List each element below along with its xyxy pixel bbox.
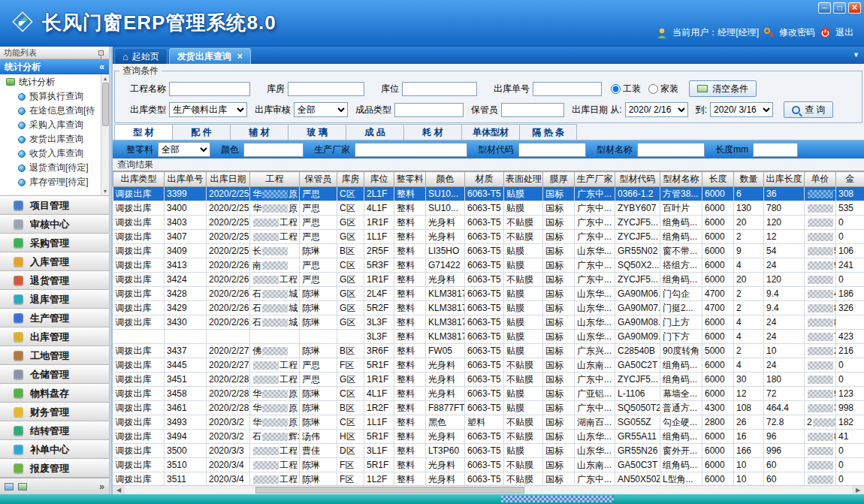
table-row[interactable]: 调拨出库34372020/2/27佛陈琳B区3R6F整料FW056063-T5贴…: [113, 344, 864, 358]
tab-close-icon[interactable]: ×: [237, 51, 243, 62]
table-row[interactable]: 调拨出库34302020/2/26石城陈琳G区3L3F整料KLM38176063…: [113, 315, 864, 330]
sidebar-module[interactable]: 审核中心: [0, 215, 109, 234]
table-row[interactable]: 调拨出库35002020/3/3工程曹佳D区3L1F整料LT3P606063-T…: [113, 444, 864, 458]
grid-column-header[interactable]: 膜厚: [543, 172, 575, 187]
manufacturer-input[interactable]: [355, 143, 467, 157]
table-row[interactable]: 调拨出库34452020/2/27工程严思F区5R1F整料光身料6063-T5不…: [113, 358, 864, 373]
grid-column-header[interactable]: 工程: [250, 172, 300, 187]
sidebar-module[interactable]: 结转管理: [0, 421, 109, 440]
grid-column-header[interactable]: 数量: [734, 172, 764, 187]
profile-code-input[interactable]: [518, 143, 586, 157]
table-row[interactable]: 调拨出库34002020/2/25华原严思C区4L1F整料SU10...6063…: [113, 201, 864, 216]
sidebar-module[interactable]: 报废管理: [0, 459, 109, 478]
scroll-down-icon[interactable]: ▼: [103, 187, 108, 195]
table-row[interactable]: 调拨出库35102020/3/4工程陈琳F区5R1F整料光身料6063-T5不贴…: [113, 458, 864, 472]
table-row[interactable]: 调拨出库34032020/2/25工程严思G区1R1F整料光身料6063-T5不…: [113, 216, 864, 230]
tree-root[interactable]: 统计分析: [0, 74, 109, 89]
grid-column-header[interactable]: 型材代码: [615, 172, 660, 187]
grid-column-header[interactable]: 颜色: [426, 172, 465, 187]
audit-select[interactable]: 全部: [294, 102, 348, 117]
horizontal-scrollbar[interactable]: ◀ ▶: [113, 485, 864, 494]
table-row[interactable]: 调拨出库33992020/2/25华原严思C区2L1F整料SU10...6063…: [113, 187, 864, 201]
radio-workwear[interactable]: 工装: [611, 83, 641, 95]
tree-scrollbar[interactable]: ▲ ▼: [101, 74, 109, 195]
collapse-icon[interactable]: «: [99, 62, 104, 72]
radio-homewear[interactable]: 家装: [648, 83, 678, 95]
table-row[interactable]: 调拨出库34292020/2/26石城陈琳G区5R2F整料KLM38176063…: [113, 301, 864, 315]
table-row[interactable]: 3L3F整料KLM38176063-T5贴膜国标山东华...GA90M09...…: [113, 330, 864, 344]
clear-conditions-button[interactable]: 清空条件: [689, 80, 757, 97]
chevron-right-icon[interactable]: »: [99, 481, 104, 492]
table-row[interactable]: 调拨出库34942020/3/2石辉城汤伟H区5R1F整料光身料6063-T5不…: [113, 430, 864, 444]
category-tab[interactable]: 耗 材: [403, 124, 461, 140]
outbound-type-select[interactable]: 生产领料出库: [169, 102, 247, 117]
grid-column-header[interactable]: 库位: [364, 172, 394, 187]
close-button[interactable]: ×: [848, 2, 861, 14]
grid-column-header[interactable]: 出库日期: [207, 172, 250, 187]
table-row[interactable]: 调拨出库34092020/2/25长陈琳B区2R5F整料LI35HO6063-T…: [113, 244, 864, 258]
hscroll-thumb[interactable]: [255, 487, 524, 493]
tree-item[interactable]: 预算执行查询: [0, 89, 109, 104]
sidebar-module[interactable]: 退库管理: [0, 290, 109, 309]
sidebar-section-statistics[interactable]: 统计分析 «: [0, 59, 109, 74]
scroll-right-icon[interactable]: ▶: [852, 486, 864, 494]
grid-column-header[interactable]: 出库单号: [165, 172, 207, 187]
scroll-left-icon[interactable]: ◀: [113, 486, 125, 494]
table-row[interactable]: 调拨出库34242020/2/26工程严思G区1R1F整料光身料6063-T5不…: [113, 273, 864, 287]
grid-column-header[interactable]: 金: [836, 172, 864, 187]
profile-name-input[interactable]: [637, 143, 705, 157]
keeper-input[interactable]: [501, 103, 564, 117]
hscroll-track[interactable]: [125, 486, 852, 494]
scroll-thumb[interactable]: [102, 83, 109, 126]
workwear-radio[interactable]: [611, 84, 621, 94]
sidebar-module[interactable]: 采购管理: [0, 234, 109, 252]
grid-column-header[interactable]: 出库长度: [764, 172, 805, 187]
grid-column-header[interactable]: 单价: [805, 172, 836, 187]
sidebar-module[interactable]: 补单中心: [0, 440, 109, 459]
scroll-up-icon[interactable]: ▲: [103, 74, 108, 83]
grid-column-header[interactable]: 长度: [702, 172, 734, 187]
order-no-input[interactable]: [533, 82, 602, 96]
table-row[interactable]: 调拨出库34582020/2/28华原陈琳C区4L1F整料光身料6063-T5贴…: [113, 387, 864, 401]
sidebar-module[interactable]: 物料盘存: [0, 384, 109, 403]
slot-input[interactable]: [402, 82, 477, 96]
date-from-picker[interactable]: 2020/ 2/16: [625, 102, 688, 117]
length-input[interactable]: [753, 143, 798, 157]
list-icon[interactable]: [18, 483, 27, 490]
sidebar-module[interactable]: 出库管理: [0, 327, 109, 346]
grid-column-header[interactable]: 表面处理: [504, 172, 543, 187]
date-to-picker[interactable]: 2020/ 3/16: [710, 102, 773, 117]
logout-link[interactable]: 退出: [835, 26, 853, 39]
category-tab[interactable]: 成 品: [346, 124, 403, 140]
homewear-radio[interactable]: [648, 84, 658, 94]
tab-home[interactable]: ⌂ 起始页: [114, 48, 168, 64]
whole-scrap-select[interactable]: 全部: [158, 142, 210, 157]
search-button[interactable]: 查 询: [784, 101, 833, 118]
grid-column-header[interactable]: 型材名称: [660, 172, 702, 187]
tree-item[interactable]: 在途信息查询[待: [0, 104, 109, 118]
grid-column-header[interactable]: 材质: [465, 172, 504, 187]
sidebar-module[interactable]: 财务管理: [0, 403, 109, 421]
grid-column-header[interactable]: 保管员: [300, 172, 337, 187]
table-row[interactable]: 调拨出库34072020/2/25工程严思G区1L1F整料光身料6063-T5不…: [113, 230, 864, 244]
category-tab[interactable]: 配 件: [172, 124, 230, 140]
table-row[interactable]: 调拨出库34132020/2/26南严思C区5R3F整料G714226063-T…: [113, 258, 864, 273]
table-row[interactable]: 调拨出库34612020/2/28华原陈琳B区1R2F整料F8877FT6063…: [113, 401, 864, 415]
sidebar-module[interactable]: 仓储管理: [0, 365, 109, 384]
tree-item[interactable]: 发货出库查询: [0, 132, 109, 146]
color-input[interactable]: [243, 143, 304, 157]
category-tab[interactable]: 隔 热 条: [519, 124, 577, 140]
change-password-link[interactable]: 修改密码: [779, 26, 815, 39]
tree-item[interactable]: 收货入库查询: [0, 146, 109, 161]
grid-column-header[interactable]: 整零料: [394, 172, 426, 187]
tree-item[interactable]: 采购入库查询: [0, 118, 109, 132]
table-row[interactable]: 调拨出库35112020/3/4工程陈琳F区1L2F整料光身料6063-T5不贴…: [113, 472, 864, 486]
project-name-input[interactable]: [169, 82, 250, 96]
warehouse-input[interactable]: [288, 82, 364, 96]
category-tab[interactable]: 型 材: [114, 124, 172, 140]
minimize-button[interactable]: ─: [818, 2, 831, 14]
product-type-input[interactable]: [394, 103, 464, 117]
category-tab[interactable]: 辅 材: [230, 124, 288, 140]
maximize-button[interactable]: □: [833, 2, 846, 14]
tab-list-dropdown-icon[interactable]: ▼: [853, 51, 859, 59]
